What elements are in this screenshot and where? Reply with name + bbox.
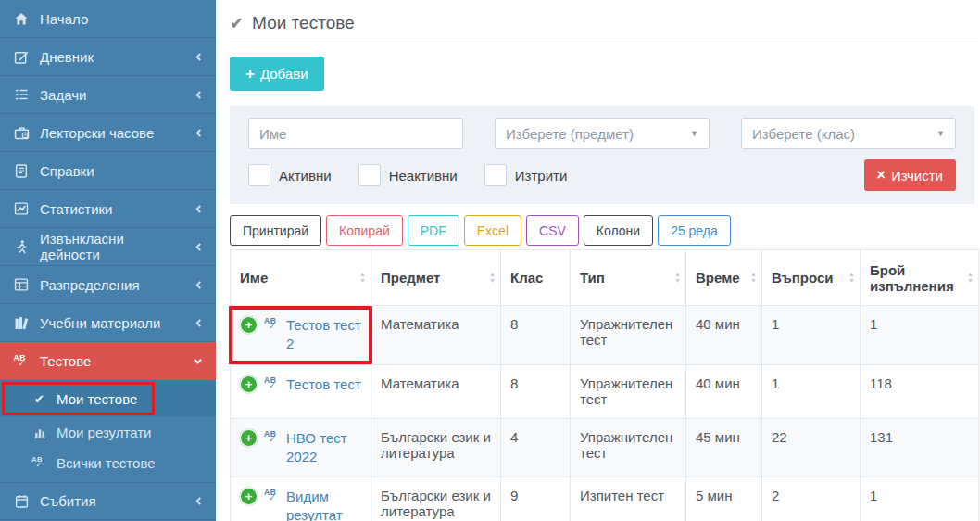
col-header-subject[interactable]: Предмет ▲▼ bbox=[371, 250, 501, 306]
test-name-link[interactable]: НВО тест 2022 bbox=[286, 429, 361, 467]
chevron-left-icon bbox=[195, 204, 203, 214]
test-name-link[interactable]: Тестов тест 2 bbox=[286, 316, 361, 354]
sidebar-item-spravki[interactable]: Справки bbox=[0, 152, 216, 190]
subject-filter-select[interactable]: Изберете (предмет) ▼ bbox=[495, 118, 710, 149]
sidebar-item-lektorski-chasove[interactable]: Лекторски часове bbox=[0, 114, 216, 152]
excel-button[interactable]: Excel bbox=[464, 215, 521, 246]
sidebar-item-statistiki[interactable]: Статистики bbox=[0, 190, 216, 228]
time-cell: 40 мин bbox=[686, 364, 762, 418]
col-header-questions[interactable]: Въпроси ▲▼ bbox=[762, 250, 861, 306]
sidebar-subitem-label: Мои тестове bbox=[57, 391, 137, 407]
table-header-row: Име ▲▼ Предмет ▲▼ Клас Тип ▲▼ Време ▲▼ bbox=[231, 250, 979, 306]
chevron-left-icon bbox=[195, 280, 203, 290]
document-icon bbox=[13, 164, 30, 178]
sort-icon: ▲▼ bbox=[967, 271, 974, 285]
rows-per-page-button[interactable]: 25 реда bbox=[658, 215, 731, 246]
columns-button[interactable]: Колони bbox=[584, 215, 653, 246]
check-icon: ✔ bbox=[230, 13, 244, 33]
deleted-checkbox-label: Изтрити bbox=[515, 168, 568, 184]
caret-down-icon: ▼ bbox=[936, 129, 945, 138]
tests-table: Име ▲▼ Предмет ▲▼ Клас Тип ▲▼ Време ▲▼ bbox=[230, 249, 979, 521]
sidebar-item-nachalo[interactable]: Начало bbox=[0, 0, 216, 38]
table-row: + AB✓ НВО тест 2022 Български език и лит… bbox=[231, 418, 979, 477]
inactive-checkbox-label: Неактивни bbox=[389, 168, 458, 184]
active-checkbox-label: Активни bbox=[279, 168, 332, 184]
expand-row-button[interactable]: + bbox=[240, 316, 258, 334]
col-header-name[interactable]: Име ▲▼ bbox=[231, 250, 371, 306]
clear-filters-button[interactable]: ×Изчисти bbox=[864, 159, 956, 191]
sidebar-item-label: Задачи bbox=[40, 87, 86, 103]
grade-cell: 4 bbox=[501, 418, 571, 477]
test-name-link[interactable]: Видим резултат bbox=[286, 488, 361, 521]
sidebar-item-zadachi[interactable]: Задачи bbox=[0, 76, 216, 114]
copy-button[interactable]: Копирай bbox=[326, 215, 403, 246]
sidebar-item-label: Статистики bbox=[40, 201, 113, 217]
sidebar-item-uchebni-materiali[interactable]: Учебни материали bbox=[0, 304, 216, 342]
ab-test-icon: AB✓ bbox=[31, 456, 47, 470]
sort-icon: ▲▼ bbox=[750, 271, 757, 285]
sidebar-subitem-vsichki-testove[interactable]: AB✓ Всички тестове bbox=[0, 448, 216, 478]
col-header-type[interactable]: Тип ▲▼ bbox=[571, 250, 686, 306]
name-filter-input[interactable] bbox=[248, 118, 463, 149]
x-icon: × bbox=[877, 167, 886, 184]
line-chart-icon bbox=[13, 202, 30, 215]
ab-test-icon: AB✓ bbox=[13, 354, 30, 368]
active-checkbox[interactable] bbox=[248, 164, 270, 186]
type-cell: Упражнителен тест bbox=[571, 306, 686, 365]
sidebar-item-testove[interactable]: AB✓ Тестове bbox=[0, 342, 216, 380]
sidebar-item-izvanklasni-deynosti[interactable]: Извънкласни дейности bbox=[0, 228, 216, 266]
questions-cell: 1 bbox=[762, 364, 861, 418]
sidebar-item-dnevnik[interactable]: Дневник bbox=[0, 38, 216, 76]
table-toolbar: Принтирай Копирай PDF Excel CSV Колони 2… bbox=[230, 215, 979, 246]
print-button[interactable]: Принтирай bbox=[230, 215, 321, 246]
time-cell: 40 мин bbox=[686, 306, 762, 365]
active-checkbox-group[interactable]: Активни bbox=[248, 164, 332, 186]
chevron-left-icon bbox=[195, 242, 203, 252]
subject-cell: Математика bbox=[371, 364, 501, 418]
expand-row-button[interactable]: + bbox=[240, 488, 258, 505]
subject-cell: Български език и литература bbox=[371, 418, 501, 477]
chevron-left-icon bbox=[195, 90, 203, 100]
add-button[interactable]: +Добави bbox=[230, 57, 324, 91]
sort-icon: ▲▼ bbox=[489, 271, 496, 285]
sort-icon: ▲▼ bbox=[359, 271, 366, 285]
inactive-checkbox-group[interactable]: Неактивни bbox=[358, 164, 458, 186]
subject-cell: Математика bbox=[371, 306, 501, 365]
books-icon bbox=[13, 316, 30, 330]
table-row: + AB✓ Тестов тест Математика 8 Упражните… bbox=[231, 364, 979, 418]
type-cell: Изпитен тест bbox=[571, 477, 686, 521]
ab-test-icon: AB✓ bbox=[264, 489, 280, 502]
briefcase-clock-icon bbox=[13, 126, 30, 140]
sort-icon: ▲▼ bbox=[674, 271, 681, 285]
pdf-button[interactable]: PDF bbox=[408, 215, 459, 246]
test-name-link[interactable]: Тестов тест bbox=[286, 375, 361, 394]
questions-cell: 1 bbox=[762, 306, 861, 365]
col-header-grade[interactable]: Клас bbox=[501, 250, 571, 306]
sidebar-item-label: Справки bbox=[40, 163, 94, 179]
runs-cell: 118 bbox=[861, 364, 979, 418]
sidebar-item-razpredeleniya[interactable]: Разпределения bbox=[0, 266, 216, 304]
sidebar-subitem-moi-testove[interactable]: ✔ Мои тестове bbox=[0, 380, 216, 417]
table-row: + AB✓ Видим резултат Български език и ли… bbox=[231, 477, 979, 521]
col-header-runs[interactable]: Брой изпълнения ▲▼ bbox=[861, 250, 979, 306]
col-header-time[interactable]: Време ▲▼ bbox=[686, 250, 762, 306]
questions-cell: 22 bbox=[762, 418, 861, 477]
main-content: ✔ Мои тестове +Добави Изберете (предмет)… bbox=[216, 0, 980, 521]
sidebar-item-label: Лекторски часове bbox=[40, 125, 154, 141]
sidebar-subitem-moi-rezultati[interactable]: Мои резултати bbox=[0, 417, 216, 448]
expand-row-button[interactable]: + bbox=[240, 429, 258, 447]
chevron-left-icon bbox=[195, 496, 203, 506]
task-list-icon bbox=[13, 88, 30, 101]
deleted-checkbox-group[interactable]: Изтрити bbox=[484, 164, 568, 186]
sidebar-item-label: Събития bbox=[40, 493, 96, 509]
questions-cell: 2 bbox=[762, 477, 861, 521]
runs-cell: 1 bbox=[861, 306, 979, 365]
ab-test-icon: AB✓ bbox=[264, 430, 280, 444]
sidebar-item-sabitiya[interactable]: Събития bbox=[0, 482, 216, 520]
inactive-checkbox[interactable] bbox=[358, 164, 381, 186]
grade-filter-select[interactable]: Изберете (клас) ▼ bbox=[741, 118, 956, 149]
pencil-square-icon bbox=[13, 50, 30, 64]
csv-button[interactable]: CSV bbox=[526, 215, 579, 246]
deleted-checkbox[interactable] bbox=[484, 164, 507, 186]
expand-row-button[interactable]: + bbox=[240, 375, 258, 393]
